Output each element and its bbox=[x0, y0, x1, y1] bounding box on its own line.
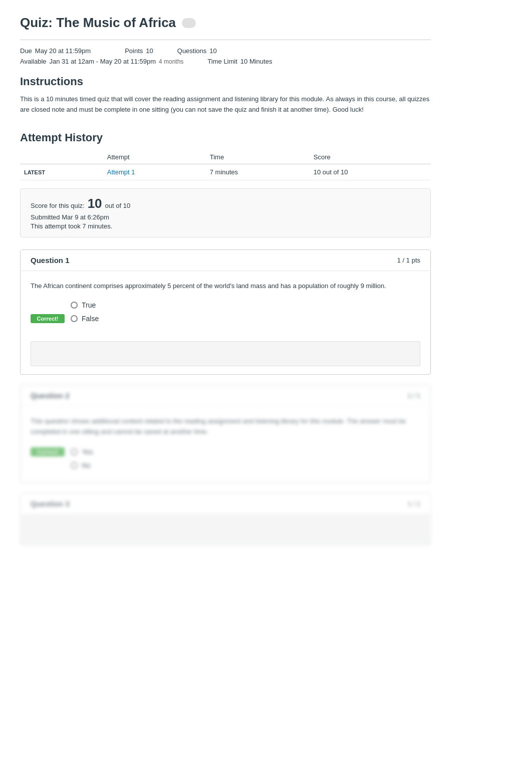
attempt-link-cell[interactable]: Attempt 1 bbox=[103, 164, 206, 180]
time-limit-value: 10 Minutes bbox=[240, 58, 273, 65]
question-1-feedback bbox=[31, 341, 420, 366]
attempt-score: 10 out of 10 bbox=[314, 168, 348, 176]
question-1-body: The African continent comprises approxim… bbox=[21, 271, 430, 302]
due-item: Due May 20 at 11:59pm bbox=[20, 47, 91, 55]
question-1-options: True Correct! False bbox=[21, 301, 430, 336]
attempt-time: 7 minutes bbox=[210, 168, 238, 176]
question-2-card: Question 2 1 / 1 This question shows add… bbox=[20, 385, 431, 483]
questions-value: 10 bbox=[209, 47, 216, 55]
score-summary-box: Score for this quiz: 10 out of 10 Submit… bbox=[20, 188, 431, 237]
table-row: LATEST Attempt 1 7 minutes 10 out of 10 bbox=[20, 164, 431, 180]
attempt-history-section: Attempt History Attempt Time Score LATES… bbox=[20, 131, 431, 237]
due-label: Due bbox=[20, 47, 32, 55]
available-subtext: 4 months bbox=[159, 58, 183, 65]
col-score: Score bbox=[310, 150, 431, 164]
question-1-card: Question 1 1 / 1 pts The African contine… bbox=[20, 249, 431, 375]
yes-label: Yes bbox=[82, 448, 93, 456]
latest-badge: LATEST bbox=[24, 169, 45, 175]
question-3-title: Question 3 bbox=[31, 499, 70, 508]
points-item: Points 10 bbox=[125, 47, 153, 55]
yes-radio[interactable] bbox=[71, 448, 78, 455]
question-2-options: Correct! Yes No bbox=[21, 447, 430, 482]
quiz-title-row: Quiz: The Music of Africa bbox=[20, 15, 431, 31]
question-3-pts: 1 / 1 bbox=[408, 500, 420, 507]
correct-badge: Correct! bbox=[31, 314, 65, 323]
question-2-pts: 1 / 1 bbox=[408, 392, 420, 399]
false-radio[interactable] bbox=[71, 315, 78, 322]
question-3-card: Question 3 1 / 1 bbox=[20, 493, 431, 545]
true-radio[interactable] bbox=[71, 302, 78, 309]
question-2-body: This question shows additional content r… bbox=[21, 406, 430, 447]
question-3-body bbox=[21, 514, 430, 545]
attempt-time-cell: 7 minutes bbox=[206, 164, 310, 180]
quiz-title: Quiz: The Music of Africa bbox=[20, 15, 176, 31]
true-label: True bbox=[82, 301, 96, 309]
false-label: False bbox=[82, 315, 99, 323]
instructions-title: Instructions bbox=[20, 75, 431, 88]
score-line: Score for this quiz: 10 out of 10 bbox=[31, 196, 420, 211]
meta-row-2: Available Jan 31 at 12am - May 20 at 11:… bbox=[20, 58, 431, 65]
took-text: This attempt took 7 minutes. bbox=[31, 222, 420, 230]
answer-false-row: Correct! False bbox=[31, 314, 420, 323]
questions-item: Questions 10 bbox=[177, 47, 217, 55]
score-number: 10 bbox=[88, 196, 102, 211]
question-3-header: Question 3 1 / 1 bbox=[21, 493, 430, 514]
questions-label: Questions bbox=[177, 47, 207, 55]
points-value: 10 bbox=[146, 47, 153, 55]
available-value: Jan 31 at 12am - May 20 at 11:59pm bbox=[50, 58, 156, 65]
score-out-of: out of 10 bbox=[105, 202, 131, 209]
available-label: Available bbox=[20, 58, 47, 65]
col-empty bbox=[20, 150, 103, 164]
cloud-save-icon bbox=[182, 18, 196, 28]
meta-row-1: Due May 20 at 11:59pm Points 10 Question… bbox=[20, 47, 431, 55]
col-attempt: Attempt bbox=[103, 150, 206, 164]
question-1-header: Question 1 1 / 1 pts bbox=[21, 250, 430, 271]
attempt-table: Attempt Time Score LATEST Attempt 1 7 mi… bbox=[20, 150, 431, 180]
due-value: May 20 at 11:59pm bbox=[35, 47, 91, 55]
instructions-text: This is a 10 minutes timed quiz that wil… bbox=[20, 94, 431, 115]
attempt-history-title: Attempt History bbox=[20, 131, 431, 144]
col-time: Time bbox=[206, 150, 310, 164]
question-1-pts: 1 / 1 pts bbox=[397, 256, 420, 264]
attempt-1-link[interactable]: Attempt 1 bbox=[107, 168, 135, 176]
table-header-row: Attempt Time Score bbox=[20, 150, 431, 164]
question-1-title: Question 1 bbox=[31, 256, 70, 265]
title-divider bbox=[20, 40, 431, 40]
answer-true-row: True bbox=[31, 301, 420, 309]
submitted-text: Submitted Mar 9 at 6:26pm bbox=[31, 213, 420, 221]
no-label: No bbox=[82, 461, 91, 469]
question-2-title: Question 2 bbox=[31, 391, 70, 400]
answer-yes-row: Correct! Yes bbox=[31, 447, 420, 456]
answer-no-row: No bbox=[31, 461, 420, 469]
question-2-header: Question 2 1 / 1 bbox=[21, 385, 430, 406]
time-limit-label: Time Limit bbox=[207, 58, 237, 65]
available-item: Available Jan 31 at 12am - May 20 at 11:… bbox=[20, 58, 183, 65]
latest-badge-cell: LATEST bbox=[20, 164, 103, 180]
correct-badge-2: Correct! bbox=[31, 447, 65, 456]
time-limit-item: Time Limit 10 Minutes bbox=[207, 58, 272, 65]
attempt-score-cell: 10 out of 10 bbox=[310, 164, 431, 180]
score-for-quiz-label: Score for this quiz: bbox=[31, 202, 85, 209]
points-label: Points bbox=[125, 47, 143, 55]
no-radio[interactable] bbox=[71, 462, 78, 469]
